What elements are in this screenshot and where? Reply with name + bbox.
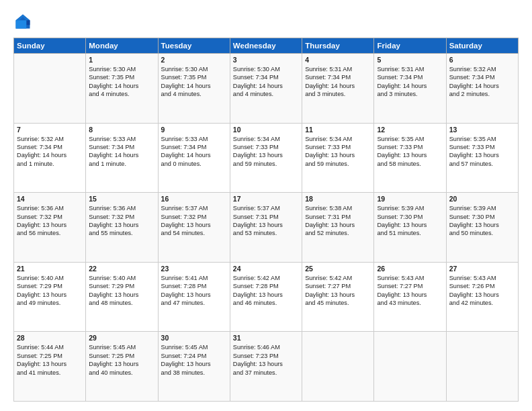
day-number: 16 bbox=[161, 195, 227, 203]
cell-line: Sunrise: 5:39 AM bbox=[449, 204, 515, 212]
cell-line: Sunset: 7:28 PM bbox=[233, 282, 299, 290]
cell-line: Sunset: 7:29 PM bbox=[17, 282, 83, 290]
cell-line: Sunrise: 5:37 AM bbox=[161, 204, 227, 212]
cell-line: Daylight: 14 hours bbox=[305, 82, 371, 90]
cell-line: Sunset: 7:34 PM bbox=[449, 73, 515, 81]
table-cell: 19Sunrise: 5:39 AMSunset: 7:30 PMDayligh… bbox=[374, 193, 446, 263]
table-body: 1Sunrise: 5:30 AMSunset: 7:35 PMDaylight… bbox=[14, 54, 519, 402]
cell-line: and 54 minutes. bbox=[161, 229, 227, 237]
week-row: 21Sunrise: 5:40 AMSunset: 7:29 PMDayligh… bbox=[14, 262, 519, 332]
table-cell: 5Sunrise: 5:31 AMSunset: 7:34 PMDaylight… bbox=[374, 54, 446, 124]
day-number: 26 bbox=[377, 265, 443, 273]
cell-line: Daylight: 13 hours bbox=[89, 221, 154, 229]
cell-line: Sunrise: 5:46 AM bbox=[233, 343, 299, 351]
table-cell: 6Sunrise: 5:32 AMSunset: 7:34 PMDaylight… bbox=[446, 54, 518, 124]
day-number: 3 bbox=[233, 56, 299, 64]
cell-line: Sunset: 7:31 PM bbox=[233, 213, 299, 221]
cell-line: Sunset: 7:33 PM bbox=[449, 143, 515, 151]
cell-line: Sunrise: 5:35 AM bbox=[449, 135, 515, 143]
cell-line: and 4 minutes. bbox=[89, 90, 154, 98]
day-number: 2 bbox=[161, 56, 227, 64]
header-cell-wednesday: Wednesday bbox=[230, 38, 302, 54]
day-number: 11 bbox=[305, 126, 371, 134]
day-number: 29 bbox=[89, 334, 154, 342]
cell-line: Daylight: 13 hours bbox=[161, 291, 227, 299]
table-cell: 16Sunrise: 5:37 AMSunset: 7:32 PMDayligh… bbox=[158, 193, 230, 263]
cell-line: Sunrise: 5:35 AM bbox=[377, 135, 443, 143]
day-number: 23 bbox=[161, 265, 227, 273]
header-cell-sunday: Sunday bbox=[14, 38, 86, 54]
cell-line: Sunset: 7:30 PM bbox=[449, 213, 515, 221]
logo-icon bbox=[13, 12, 32, 31]
cell-line: Daylight: 13 hours bbox=[305, 291, 371, 299]
day-number: 1 bbox=[89, 56, 154, 64]
cell-line: Sunset: 7:31 PM bbox=[305, 213, 371, 221]
cell-line: Sunset: 7:33 PM bbox=[305, 143, 371, 151]
day-number: 24 bbox=[233, 265, 299, 273]
table-cell: 30Sunrise: 5:45 AMSunset: 7:24 PMDayligh… bbox=[158, 332, 230, 402]
day-number: 18 bbox=[305, 195, 371, 203]
table-cell: 11Sunrise: 5:34 AMSunset: 7:33 PMDayligh… bbox=[302, 123, 374, 193]
cell-line: Sunrise: 5:34 AM bbox=[233, 135, 299, 143]
cell-line: and 59 minutes. bbox=[233, 160, 299, 168]
cell-line: and 3 minutes. bbox=[377, 90, 443, 98]
cell-line: Sunrise: 5:33 AM bbox=[161, 135, 227, 143]
svg-rect-3 bbox=[16, 20, 27, 28]
cell-line: and 42 minutes. bbox=[449, 299, 515, 307]
cell-line: Sunrise: 5:40 AM bbox=[89, 274, 154, 282]
cell-line: Sunrise: 5:30 AM bbox=[233, 65, 299, 73]
day-number: 10 bbox=[233, 126, 299, 134]
cell-line: and 47 minutes. bbox=[161, 299, 227, 307]
cell-line: and 59 minutes. bbox=[305, 160, 371, 168]
table-cell bbox=[446, 332, 518, 402]
week-row: 14Sunrise: 5:36 AMSunset: 7:32 PMDayligh… bbox=[14, 193, 519, 263]
cell-line: Sunrise: 5:45 AM bbox=[89, 343, 154, 351]
cell-line: Sunrise: 5:36 AM bbox=[17, 204, 83, 212]
cell-line: Sunrise: 5:43 AM bbox=[377, 274, 443, 282]
cell-line: Daylight: 13 hours bbox=[377, 291, 443, 299]
day-number: 7 bbox=[17, 126, 83, 134]
cell-line: and 0 minutes. bbox=[161, 160, 227, 168]
cell-line: Daylight: 13 hours bbox=[449, 151, 515, 159]
cell-line: Daylight: 14 hours bbox=[161, 82, 227, 90]
cell-line: Daylight: 13 hours bbox=[233, 151, 299, 159]
cell-line: Daylight: 13 hours bbox=[377, 221, 443, 229]
header-cell-thursday: Thursday bbox=[302, 38, 374, 54]
table-cell: 31Sunrise: 5:46 AMSunset: 7:23 PMDayligh… bbox=[230, 332, 302, 402]
day-number: 20 bbox=[449, 195, 515, 203]
calendar-table: SundayMondayTuesdayWednesdayThursdayFrid… bbox=[13, 38, 519, 402]
cell-line: Daylight: 14 hours bbox=[449, 82, 515, 90]
day-number: 9 bbox=[161, 126, 227, 134]
table-cell: 7Sunrise: 5:32 AMSunset: 7:34 PMDaylight… bbox=[14, 123, 86, 193]
cell-line: Sunset: 7:26 PM bbox=[449, 282, 515, 290]
cell-line: and 46 minutes. bbox=[233, 299, 299, 307]
cell-line: Sunset: 7:33 PM bbox=[377, 143, 443, 151]
table-cell bbox=[302, 332, 374, 402]
table-cell: 3Sunrise: 5:30 AMSunset: 7:34 PMDaylight… bbox=[230, 54, 302, 124]
table-cell: 10Sunrise: 5:34 AMSunset: 7:33 PMDayligh… bbox=[230, 123, 302, 193]
header bbox=[13, 12, 519, 31]
day-number: 8 bbox=[89, 126, 154, 134]
cell-line: Sunrise: 5:41 AM bbox=[161, 274, 227, 282]
cell-line: Daylight: 13 hours bbox=[17, 360, 83, 368]
cell-line: Sunrise: 5:43 AM bbox=[449, 274, 515, 282]
cell-line: Sunset: 7:28 PM bbox=[161, 282, 227, 290]
cell-line: Sunset: 7:34 PM bbox=[89, 143, 154, 151]
cell-line: and 41 minutes. bbox=[17, 369, 83, 377]
svg-marker-2 bbox=[26, 20, 30, 25]
cell-line: Sunrise: 5:31 AM bbox=[377, 65, 443, 73]
day-number: 13 bbox=[449, 126, 515, 134]
cell-line: Daylight: 13 hours bbox=[233, 291, 299, 299]
cell-line: Sunrise: 5:36 AM bbox=[89, 204, 154, 212]
table-cell: 12Sunrise: 5:35 AMSunset: 7:33 PMDayligh… bbox=[374, 123, 446, 193]
cell-line: Sunset: 7:29 PM bbox=[89, 282, 154, 290]
cell-line: Sunrise: 5:39 AM bbox=[377, 204, 443, 212]
table-cell: 21Sunrise: 5:40 AMSunset: 7:29 PMDayligh… bbox=[14, 262, 86, 332]
table-cell: 24Sunrise: 5:42 AMSunset: 7:28 PMDayligh… bbox=[230, 262, 302, 332]
table-head: SundayMondayTuesdayWednesdayThursdayFrid… bbox=[14, 38, 519, 54]
cell-line: and 37 minutes. bbox=[233, 369, 299, 377]
cell-line: Sunrise: 5:38 AM bbox=[305, 204, 371, 212]
table-cell: 14Sunrise: 5:36 AMSunset: 7:32 PMDayligh… bbox=[14, 193, 86, 263]
cell-line: Daylight: 13 hours bbox=[89, 291, 154, 299]
table-cell: 2Sunrise: 5:30 AMSunset: 7:35 PMDaylight… bbox=[158, 54, 230, 124]
